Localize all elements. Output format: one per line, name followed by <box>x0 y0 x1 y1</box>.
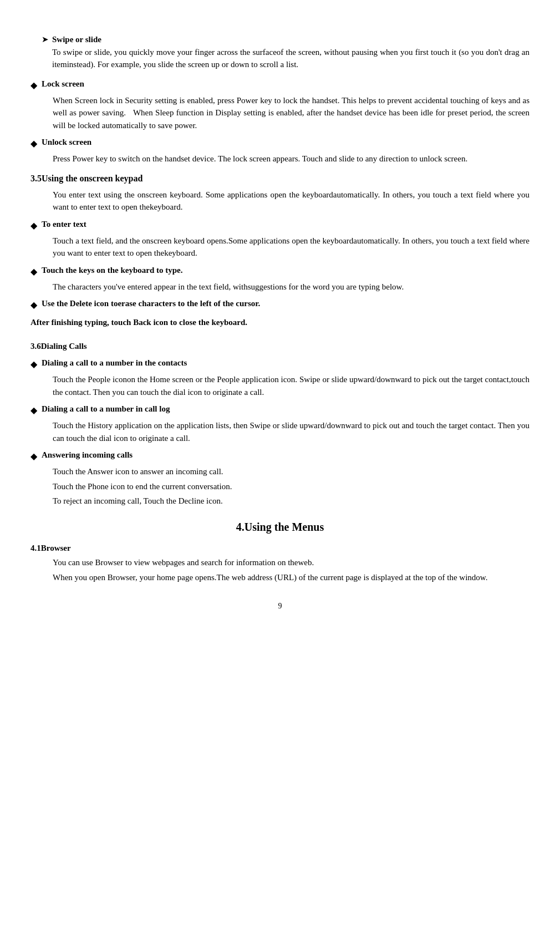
lock-screen-para1: When Screen lock in Security setting is … <box>30 94 530 132</box>
to-enter-text-heading: To enter text <box>42 218 86 231</box>
diamond-icon-5: ◆ <box>30 298 37 312</box>
answering-calls-section: ◆ Answering incoming calls Touch the Ans… <box>30 449 530 507</box>
use-delete-section: ◆ Use the Delete icon toerase characters… <box>30 297 530 312</box>
dialing-call-log-section: ◆ Dialing a call to a number in call log… <box>30 403 530 444</box>
section-41-para2: When you open Browser, your home page op… <box>30 571 530 584</box>
dialing-call-log-heading: Dialing a call to a number in call log <box>42 403 170 415</box>
answering-calls-heading: Answering incoming calls <box>42 449 133 461</box>
swipe-slide-section: ➤ Swipe or slide To swipe or slide, you … <box>30 33 530 73</box>
touch-keys-section: ◆ Touch the keys on the keyboard to type… <box>30 264 530 293</box>
diamond-icon-7: ◆ <box>30 404 37 417</box>
unlock-screen-heading: Unlock screen <box>42 136 91 149</box>
diamond-icon-4: ◆ <box>30 265 37 278</box>
section-35: 3.5Using the onscreen keypad You enter t… <box>30 172 530 214</box>
to-enter-text-section: ◆ To enter text Touch a text field, and … <box>30 218 530 260</box>
unlock-screen-para: Press Power key to switch on the handset… <box>30 153 530 165</box>
swipe-slide-heading: Swipe or slide <box>52 35 101 44</box>
section-41: 4.1Browser You can use Browser to view w… <box>30 542 530 584</box>
section-41-heading: 4.1Browser <box>30 542 530 555</box>
answering-line1: Touch the Answer icon to answer an incom… <box>53 465 530 478</box>
section-36-heading: 3.6Dialing Calls <box>30 340 530 353</box>
touch-keys-para: The characters you've entered appear in … <box>30 281 530 293</box>
dialing-contacts-heading: Dialing a call to a number in the contac… <box>42 357 187 369</box>
to-enter-text-para: Touch a text field, and the onscreen key… <box>30 235 530 260</box>
touch-keys-heading: Touch the keys on the keyboard to type. <box>42 264 182 277</box>
section-41-para1: You can use Browser to view webpages and… <box>30 556 530 569</box>
page-content: ➤ Swipe or slide To swipe or slide, you … <box>30 33 530 612</box>
swipe-slide-para: To swipe or slide, you quickly move your… <box>52 46 530 71</box>
dialing-contacts-para: Touch the People iconon the Home screen … <box>30 373 530 398</box>
diamond-icon: ◆ <box>30 79 37 92</box>
chapter4-section: 4.Using the Menus <box>30 519 530 535</box>
chapter4-heading: 4.Using the Menus <box>30 519 530 535</box>
arrow-icon: ➤ <box>42 33 49 46</box>
after-finishing-text: After finishing typing, touch Back icon … <box>30 316 530 329</box>
answering-line3: To reject an incoming call, Touch the De… <box>53 495 530 507</box>
section-36: 3.6Dialing Calls <box>30 340 530 353</box>
diamond-icon-3: ◆ <box>30 219 37 232</box>
after-finishing-section: After finishing typing, touch Back icon … <box>30 316 530 329</box>
answering-line2: Touch the Phone icon to end the current … <box>53 480 530 493</box>
lock-screen-section: ◆ Lock screen When Screen lock in Securi… <box>30 78 530 132</box>
dialing-contacts-section: ◆ Dialing a call to a number in the cont… <box>30 357 530 398</box>
lock-screen-heading: Lock screen <box>42 78 84 90</box>
diamond-icon-2: ◆ <box>30 137 37 150</box>
page-number: 9 <box>30 600 530 612</box>
diamond-icon-8: ◆ <box>30 450 37 463</box>
use-delete-heading: Use the Delete icon toerase characters t… <box>42 297 260 310</box>
dialing-call-log-para: Touch the History application on the app… <box>30 419 530 444</box>
section-35-para: You enter text using the onscreen keyboa… <box>30 189 530 214</box>
section-35-heading: 3.5Using the onscreen keypad <box>30 172 530 185</box>
unlock-screen-section: ◆ Unlock screen Press Power key to switc… <box>30 136 530 165</box>
diamond-icon-6: ◆ <box>30 358 37 371</box>
